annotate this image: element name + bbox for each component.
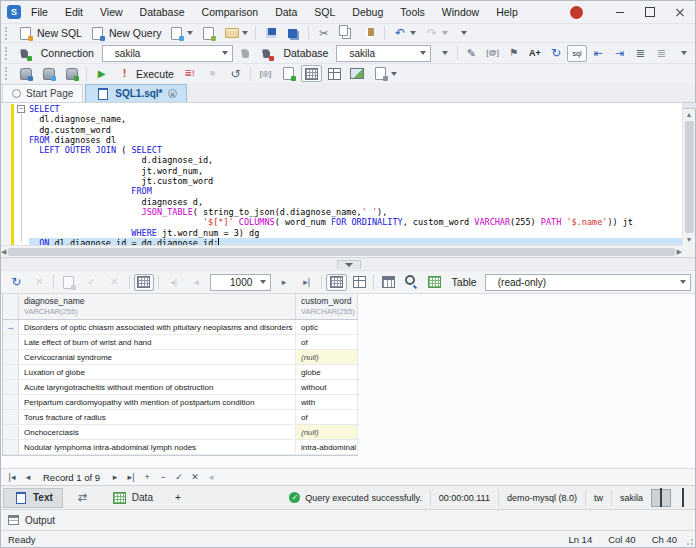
refresh-database-button[interactable] xyxy=(38,65,59,82)
close-tab-icon[interactable] xyxy=(168,89,177,98)
data-grid[interactable]: diagnose_nameVARCHAR(255)custom_wordVARC… xyxy=(2,294,358,456)
menu-comparison[interactable]: Comparison xyxy=(202,6,259,18)
results-grid-button[interactable] xyxy=(301,65,322,82)
menu-data[interactable]: Data xyxy=(275,6,297,18)
minimize-icon[interactable] xyxy=(605,2,635,22)
cancel-changes-button[interactable]: ✕ xyxy=(104,274,125,291)
tab-data[interactable]: Data xyxy=(102,488,163,508)
execute-script-button[interactable]: ≣! xyxy=(179,65,200,82)
hscroll-thumb[interactable] xyxy=(8,248,674,256)
cancel-refresh-button[interactable]: ✕ xyxy=(29,274,50,291)
new-sql-button[interactable]: New SQL xyxy=(15,25,85,42)
scroll-columns-button[interactable]: ◂ xyxy=(204,472,218,482)
collapse-results-icon[interactable] xyxy=(337,260,361,269)
layout-panes-button[interactable] xyxy=(324,65,345,82)
cell-diagnose-name[interactable]: Late effect of burn of wrist and hand xyxy=(19,335,296,349)
menu-debug[interactable]: Debug xyxy=(352,6,383,18)
table-row[interactable]: Acute laryngotracheitis without mention … xyxy=(3,380,357,395)
cell-diagnose-name[interactable]: Acute laryngotracheitis without mention … xyxy=(19,380,296,394)
paging-button[interactable] xyxy=(134,274,155,291)
complete-word-button[interactable]: A+ xyxy=(525,45,544,62)
new-object-button[interactable] xyxy=(198,25,219,42)
cut-button[interactable]: ✂ xyxy=(313,25,334,42)
menu-tools[interactable]: Tools xyxy=(400,6,425,18)
new-query-button[interactable]: New Query xyxy=(87,25,165,42)
save-button[interactable] xyxy=(260,25,281,42)
editor-vscrollbar[interactable]: ▲ ▼ xyxy=(682,103,695,245)
close-icon[interactable] xyxy=(665,2,695,22)
scroll-left-icon[interactable]: ◀ xyxy=(1,246,6,257)
cell-diagnose-name[interactable]: Disorders of optic chiasm associated wit… xyxy=(19,320,296,334)
refresh-code-button[interactable]: ↻ xyxy=(546,45,565,62)
query-history-button[interactable]: ↺ xyxy=(225,65,246,82)
column-header-diagnose_name[interactable]: diagnose_nameVARCHAR(255) xyxy=(19,294,296,319)
redo-button[interactable]: ↷ xyxy=(421,25,451,42)
fold-collapse-icon[interactable]: − xyxy=(17,105,25,113)
last-record-button[interactable]: ▸| xyxy=(124,472,138,482)
table-row[interactable]: →Disorders of optic chiasm associated wi… xyxy=(3,320,357,335)
table-mode-select[interactable]: (read-only) xyxy=(485,274,691,291)
page-size-input[interactable]: 1000 xyxy=(210,274,271,291)
connection-select[interactable]: sakila xyxy=(102,45,233,62)
prev-page-button[interactable]: ◂ xyxy=(186,274,207,291)
column-header-custom_word[interactable]: custom_wordVARCHAR(255) xyxy=(296,294,358,319)
resize-grip[interactable] xyxy=(691,543,693,545)
menu-view[interactable]: View xyxy=(100,6,123,18)
menu-file[interactable]: File xyxy=(31,6,48,18)
connection-toolbar-overflow[interactable] xyxy=(673,45,692,62)
find-in-grid-button[interactable] xyxy=(401,274,422,291)
scroll-down-icon[interactable]: ▼ xyxy=(686,234,693,245)
table-row[interactable]: Nodular lymphoma intra-abdominal lymph n… xyxy=(3,440,357,455)
cell-custom-word[interactable]: optic xyxy=(296,320,358,334)
first-page-button[interactable]: ◂| xyxy=(163,274,184,291)
toolbar-grip[interactable] xyxy=(5,67,10,80)
cell-diagnose-name[interactable]: Onchocerciasis xyxy=(19,425,296,439)
cell-diagnose-name[interactable]: Nodular lymphoma intra-abdominal lymph n… xyxy=(19,440,296,454)
paste-button[interactable] xyxy=(359,25,380,42)
toggle-bottom-panel-button[interactable] xyxy=(651,489,671,507)
post-edit-button[interactable]: ✓ xyxy=(172,472,186,482)
menu-database[interactable]: Database xyxy=(140,6,185,18)
code-area[interactable]: SELECT dl.diagnose_name, dg.custom_wordF… xyxy=(29,104,682,245)
parameters-button[interactable]: [@] xyxy=(483,45,502,62)
first-record-button[interactable]: |◂ xyxy=(5,472,19,482)
tab-start-page[interactable]: Start Page xyxy=(2,84,83,102)
undo-button[interactable]: ↶ xyxy=(389,25,419,42)
output-panel-bar[interactable]: Output xyxy=(1,509,695,530)
disconnect-button[interactable] xyxy=(257,45,276,62)
toolbar-grip[interactable] xyxy=(5,47,10,60)
menu-help[interactable]: Help xyxy=(496,6,518,18)
table-row[interactable]: Late effect of burn of wrist and handof xyxy=(3,335,357,350)
stop-button[interactable]: ■ xyxy=(202,65,223,82)
editor-hscrollbar[interactable]: ◀ ▶ xyxy=(1,245,682,257)
editor-results-splitter[interactable] xyxy=(1,257,695,270)
table-row[interactable]: Peripartum cardiomyopathy with mention o… xyxy=(3,395,357,410)
export-data-button[interactable] xyxy=(58,274,79,291)
table-row[interactable]: Onchocerciasis(null) xyxy=(3,425,357,440)
cell-custom-word[interactable]: globe xyxy=(296,365,358,379)
table-row[interactable]: Cervicocranial syndrome(null) xyxy=(3,350,357,365)
apply-changes-button[interactable]: ✓ xyxy=(81,274,102,291)
cell-custom-word[interactable]: (null) xyxy=(296,425,358,439)
scroll-up-icon[interactable]: ▲ xyxy=(686,109,693,120)
next-page-button[interactable]: ▸ xyxy=(274,274,295,291)
cell-custom-word[interactable]: with xyxy=(296,395,358,409)
table-row[interactable]: Luxation of globeglobe xyxy=(3,365,357,380)
next-record-button[interactable]: ▸ xyxy=(108,472,122,482)
add-results-tab-button[interactable]: + xyxy=(165,488,191,508)
open-file-button[interactable] xyxy=(221,25,251,42)
pivot-view-button[interactable] xyxy=(378,274,399,291)
toggle-full-panel-button[interactable] xyxy=(673,489,693,507)
maximize-icon[interactable] xyxy=(635,2,665,22)
cell-custom-word[interactable]: of xyxy=(296,335,358,349)
delete-record-button[interactable]: − xyxy=(156,472,170,482)
database-select[interactable]: sakila xyxy=(336,45,431,62)
cancel-edit-button[interactable]: ✕ xyxy=(188,472,202,482)
tab-sql1[interactable]: SQL1.sql* xyxy=(85,84,186,102)
cell-custom-word[interactable]: intra-abdominal xyxy=(296,440,358,454)
go-to-definition-button[interactable]: ✎ xyxy=(462,45,481,62)
vscroll-thumb[interactable] xyxy=(685,121,694,233)
cell-custom-word[interactable]: of xyxy=(296,410,358,424)
last-page-button[interactable]: ▸| xyxy=(296,274,317,291)
standard-toolbar-overflow[interactable] xyxy=(453,25,472,42)
